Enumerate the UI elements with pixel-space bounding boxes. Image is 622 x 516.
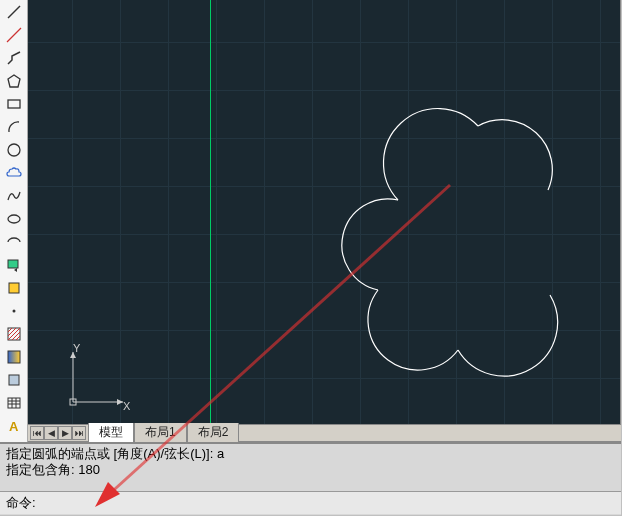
ucs-y-label: Y [73,342,80,354]
table-icon [6,395,22,414]
tab-nav-last[interactable]: ⏭ [72,426,86,440]
point-tool-button[interactable] [2,301,26,323]
command-history: 指定圆弧的端点或 [角度(A)/弦长(L)]: a 指定包含角: 180 [0,444,621,492]
drawing-canvas[interactable]: Y X [28,0,621,424]
rectangle-icon [6,96,22,115]
region-tool-button[interactable] [2,370,26,392]
history-line-2: 指定包含角: 180 [6,462,615,478]
svg-rect-16 [9,375,19,385]
insert-block-icon [6,257,22,276]
ellipse-tool-button[interactable] [2,209,26,231]
cloud-icon [6,165,22,184]
layout-tab-bar: ⏮ ◀ ▶ ⏭ 模型 布局1 布局2 [28,424,621,442]
svg-line-0 [8,6,20,18]
svg-rect-17 [8,398,20,408]
svg-point-8 [13,309,16,312]
svg-rect-7 [9,283,19,293]
polyline-icon [6,50,22,69]
svg-line-14 [16,336,20,340]
command-line: 命令: [0,492,621,514]
svg-point-5 [8,215,20,223]
svg-line-10 [8,328,12,332]
xline-icon [6,27,22,46]
command-panel: 指定圆弧的端点或 [角度(A)/弦长(L)]: a 指定包含角: 180 命令: [0,442,621,515]
spline-icon [6,188,22,207]
hatch-icon [6,326,22,345]
circle-tool-button[interactable] [2,140,26,162]
rectangle-tool-button[interactable] [2,94,26,116]
svg-rect-3 [8,100,20,108]
tab-nav-buttons: ⏮ ◀ ▶ ⏭ [28,426,88,440]
revision-cloud-tool-button[interactable] [2,163,26,185]
svg-line-1 [7,28,21,42]
make-block-tool-button[interactable] [2,278,26,300]
svg-rect-6 [8,260,18,268]
arc-tool-button[interactable] [2,117,26,139]
tab-nav-next[interactable]: ▶ [58,426,72,440]
svg-text:A: A [9,419,19,434]
tab-nav-prev[interactable]: ◀ [44,426,58,440]
polygon-icon [6,73,22,92]
construction-line-tool-button[interactable] [2,25,26,47]
ellipse-arc-tool-button[interactable] [2,232,26,254]
insert-block-tool-button[interactable] [2,255,26,277]
draw-toolbar: A [0,0,28,442]
tab-model[interactable]: 模型 [88,423,134,443]
svg-line-13 [12,332,20,340]
command-input[interactable] [36,496,615,511]
circle-icon [6,142,22,161]
polygon-tool-button[interactable] [2,71,26,93]
arc-icon [6,119,22,138]
region-icon [6,372,22,391]
line-tool-button[interactable] [2,2,26,24]
polyline-tool-button[interactable] [2,48,26,70]
text-tool-button[interactable]: A [2,416,26,438]
hatch-tool-button[interactable] [2,324,26,346]
line-icon [6,4,22,23]
text-icon: A [6,418,22,437]
ucs-x-label: X [123,400,130,412]
ellipse-arc-icon [6,234,22,253]
svg-point-4 [8,144,20,156]
gradient-icon [6,349,22,368]
svg-rect-15 [8,351,20,363]
ellipse-icon [6,211,22,230]
svg-marker-2 [8,75,20,87]
table-tool-button[interactable] [2,393,26,415]
svg-line-11 [8,328,16,336]
tab-nav-first[interactable]: ⏮ [30,426,44,440]
tab-layout1[interactable]: 布局1 [134,423,187,443]
history-line-1: 指定圆弧的端点或 [角度(A)/弦长(L)]: a [6,446,615,462]
spline-tool-button[interactable] [2,186,26,208]
tab-layout2[interactable]: 布局2 [187,423,240,443]
point-icon [6,303,22,322]
gradient-tool-button[interactable] [2,347,26,369]
make-block-icon [6,280,22,299]
vertical-guide-line [210,0,211,424]
command-prompt: 命令: [6,494,36,512]
